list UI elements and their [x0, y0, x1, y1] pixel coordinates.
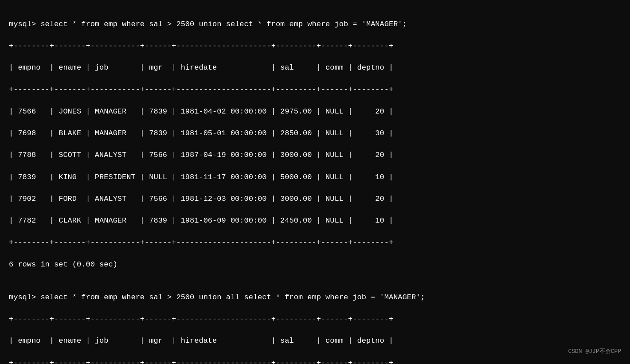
query1-header: | empno | ename | job | mgr | hiredate |… [9, 63, 393, 72]
query1-row-4: | 7902 | FORD | ANALYST | 7566 | 1981-12… [9, 195, 393, 203]
query1-sep1: +--------+-------+-----------+------+---… [9, 42, 393, 50]
query1-command: mysql> select * from emp where sal > 250… [9, 20, 407, 28]
query1-sep2: +--------+-------+-----------+------+---… [9, 85, 393, 94]
query1-row-5: | 7782 | CLARK | MANAGER | 7839 | 1981-0… [9, 216, 393, 225]
query1-row-3: | 7839 | KING | PRESIDENT | NULL | 1981-… [9, 173, 393, 181]
query1-rowcount: 6 rows in set (0.00 sec) [9, 260, 117, 269]
query2-sep1: +--------+-------+-----------+------+---… [9, 315, 393, 323]
query2-header: | empno | ename | job | mgr | hiredate |… [9, 337, 393, 345]
query1-row-1: | 7698 | BLAKE | MANAGER | 7839 | 1981-0… [9, 129, 393, 137]
query1-row-0: | 7566 | JONES | MANAGER | 7839 | 1981-0… [9, 107, 393, 116]
terminal: mysql> select * from emp where sal > 250… [9, 8, 621, 364]
query2-command: mysql> select * from emp where sal > 250… [9, 293, 425, 301]
query2-sep2: +--------+-------+-----------+------+---… [9, 359, 393, 364]
watermark-label: CSDN @JJP不会CPP [568, 348, 621, 356]
query1-sep3: +--------+-------+-----------+------+---… [9, 238, 393, 247]
query1-row-2: | 7788 | SCOTT | ANALYST | 7566 | 1987-0… [9, 151, 393, 159]
